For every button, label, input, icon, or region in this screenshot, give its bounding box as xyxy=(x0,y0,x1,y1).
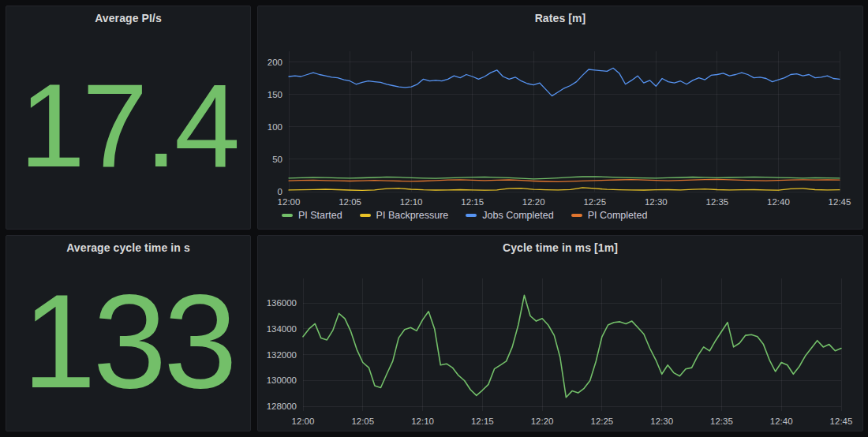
x-axis-tick-label: 12:25 xyxy=(590,416,613,426)
x-axis-tick-label: 12:15 xyxy=(461,197,484,207)
legend-item-pi-backpressure[interactable]: PI Backpressure xyxy=(360,210,449,221)
y-axis-tick-label: 128000 xyxy=(267,402,297,411)
series-line-cycle-time xyxy=(303,295,841,398)
panel-title-average-pi[interactable]: Average PI/s xyxy=(6,6,250,30)
y-axis-tick-label: 130000 xyxy=(267,375,297,385)
legend-label: PI Backpressure xyxy=(376,210,449,221)
series-line-jobs-completed xyxy=(289,68,840,95)
y-axis-tick-label: 136000 xyxy=(267,298,297,308)
x-axis-tick-label: 12:40 xyxy=(770,416,793,426)
x-axis-tick-label: 12:05 xyxy=(351,416,374,426)
x-axis-tick-label: 12:35 xyxy=(705,197,728,207)
panel-rates: Rates [m] 12:0012:0512:1012:1512:2012:25… xyxy=(257,6,863,230)
legend-swatch xyxy=(360,214,371,217)
y-axis-tick-label: 100 xyxy=(268,122,282,132)
stat-container: 17.4 xyxy=(6,30,250,221)
x-axis-tick-label: 12:25 xyxy=(583,197,606,207)
rates-legend: PI StartedPI BackpressureJobs CompletedP… xyxy=(282,210,647,221)
x-axis-tick-label: 12:00 xyxy=(292,416,315,426)
rates-chart[interactable]: 12:0012:0512:1012:1512:2012:2512:3012:35… xyxy=(258,6,862,229)
average-cycle-time-value: 133 xyxy=(22,275,234,408)
y-axis-tick-label: 0 xyxy=(278,187,282,196)
y-axis-tick-label: 150 xyxy=(268,90,282,99)
y-axis-tick-label: 50 xyxy=(272,155,282,164)
panel-title-average-cycle-time[interactable]: Average cycle time in s xyxy=(6,236,250,260)
legend-item-jobs-completed[interactable]: Jobs Completed xyxy=(466,210,553,221)
panel-cycle-time: Cycle time in ms [1m] 12:0012:0512:1012:… xyxy=(257,235,863,431)
y-axis-tick-label: 134000 xyxy=(267,324,297,334)
x-axis-tick-label: 12:05 xyxy=(339,197,361,207)
x-axis-tick-label: 12:20 xyxy=(531,416,554,426)
x-axis-tick-label: 12:40 xyxy=(767,197,790,207)
x-axis-tick-label: 12:10 xyxy=(411,416,434,426)
x-axis-tick-label: 12:00 xyxy=(278,197,301,207)
x-axis-tick-label: 12:45 xyxy=(830,416,853,426)
legend-swatch xyxy=(282,214,293,217)
legend-label: PI Started xyxy=(298,210,342,221)
cycle-time-chart[interactable]: 12:0012:0512:1012:1512:2012:2512:3012:35… xyxy=(258,236,862,431)
series-line-pi-completed xyxy=(289,179,840,181)
x-axis-tick-label: 12:10 xyxy=(400,197,423,207)
x-axis-tick-label: 12:45 xyxy=(829,197,851,207)
legend-item-pi-completed[interactable]: PI Completed xyxy=(571,210,648,221)
series-line-pi-backpressure xyxy=(289,188,840,191)
legend-swatch xyxy=(571,214,582,217)
y-axis-tick-label: 200 xyxy=(268,58,282,67)
average-pi-value: 17.4 xyxy=(20,66,238,185)
legend-item-pi-started[interactable]: PI Started xyxy=(282,210,342,221)
x-axis-tick-label: 12:35 xyxy=(710,416,733,426)
legend-label: PI Completed xyxy=(588,210,648,221)
y-axis-tick-label: 132000 xyxy=(267,350,297,360)
x-axis-tick-label: 12:20 xyxy=(522,197,545,207)
x-axis-tick-label: 12:30 xyxy=(650,416,673,426)
stat-container: 133 xyxy=(6,260,250,423)
panel-average-cycle-time: Average cycle time in s 133 xyxy=(6,235,251,431)
legend-swatch xyxy=(466,214,477,217)
x-axis-tick-label: 12:15 xyxy=(471,416,494,426)
panel-average-pi: Average PI/s 17.4 xyxy=(6,6,251,230)
series-line-pi-started xyxy=(289,177,840,179)
legend-label: Jobs Completed xyxy=(482,210,553,221)
x-axis-tick-label: 12:30 xyxy=(645,197,668,207)
